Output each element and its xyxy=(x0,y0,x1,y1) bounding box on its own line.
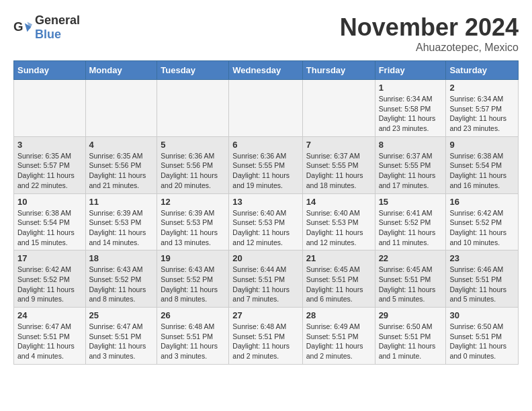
day-number: 6 xyxy=(232,140,298,150)
calendar-day-cell: 2Sunrise: 6:34 AMSunset: 5:57 PMDaylight… xyxy=(446,80,519,137)
calendar-day-cell xyxy=(14,80,86,137)
day-info: Sunrise: 6:49 AMSunset: 5:51 PMDaylight:… xyxy=(306,322,371,361)
day-info: Sunrise: 6:40 AMSunset: 5:53 PMDaylight:… xyxy=(232,208,298,248)
day-number: 2 xyxy=(449,83,515,93)
weekday-header-tuesday: Tuesday xyxy=(157,61,229,80)
day-info: Sunrise: 6:43 AMSunset: 5:52 PMDaylight:… xyxy=(161,265,225,304)
day-info: Sunrise: 6:34 AMSunset: 5:58 PMDaylight:… xyxy=(379,94,443,134)
day-info: Sunrise: 6:50 AMSunset: 5:51 PMDaylight:… xyxy=(379,322,443,361)
calendar-header: SundayMondayTuesdayWednesdayThursdayFrid… xyxy=(14,61,519,80)
calendar-day-cell: 15Sunrise: 6:41 AMSunset: 5:52 PMDayligh… xyxy=(375,193,446,250)
day-number: 1 xyxy=(379,83,443,93)
calendar-day-cell: 5Sunrise: 6:36 AMSunset: 5:56 PMDaylight… xyxy=(157,136,229,193)
weekday-header-monday: Monday xyxy=(85,61,157,80)
calendar-day-cell: 9Sunrise: 6:38 AMSunset: 5:54 PMDaylight… xyxy=(446,136,519,193)
calendar-day-cell: 14Sunrise: 6:40 AMSunset: 5:53 PMDayligh… xyxy=(302,193,375,250)
calendar-day-cell: 22Sunrise: 6:45 AMSunset: 5:51 PMDayligh… xyxy=(375,250,446,308)
day-info: Sunrise: 6:45 AMSunset: 5:51 PMDaylight:… xyxy=(379,265,443,304)
calendar-day-cell: 25Sunrise: 6:47 AMSunset: 5:51 PMDayligh… xyxy=(85,308,157,365)
day-info: Sunrise: 6:38 AMSunset: 5:54 PMDaylight:… xyxy=(449,151,515,191)
day-number: 15 xyxy=(379,197,443,207)
day-info: Sunrise: 6:34 AMSunset: 5:57 PMDaylight:… xyxy=(449,94,515,134)
day-number: 25 xyxy=(89,310,154,320)
day-info: Sunrise: 6:42 AMSunset: 5:52 PMDaylight:… xyxy=(17,265,82,304)
day-number: 5 xyxy=(161,140,225,150)
day-info: Sunrise: 6:42 AMSunset: 5:52 PMDaylight:… xyxy=(449,208,515,248)
calendar-day-cell xyxy=(85,80,157,137)
day-number: 26 xyxy=(161,310,225,320)
logo-general: General xyxy=(35,13,80,27)
day-info: Sunrise: 6:39 AMSunset: 5:53 PMDaylight:… xyxy=(161,208,225,248)
day-number: 16 xyxy=(449,197,515,207)
month-title: November 2024 xyxy=(340,13,519,42)
calendar-day-cell: 29Sunrise: 6:50 AMSunset: 5:51 PMDayligh… xyxy=(375,308,446,365)
day-info: Sunrise: 6:35 AMSunset: 5:56 PMDaylight:… xyxy=(89,151,154,191)
calendar-day-cell: 13Sunrise: 6:40 AMSunset: 5:53 PMDayligh… xyxy=(229,193,302,250)
day-info: Sunrise: 6:43 AMSunset: 5:52 PMDaylight:… xyxy=(89,265,154,304)
svg-text:G: G xyxy=(13,19,24,34)
calendar-day-cell: 4Sunrise: 6:35 AMSunset: 5:56 PMDaylight… xyxy=(85,136,157,193)
day-number: 10 xyxy=(17,197,82,207)
day-info: Sunrise: 6:44 AMSunset: 5:51 PMDaylight:… xyxy=(232,265,298,304)
day-number: 9 xyxy=(449,140,515,150)
calendar-day-cell: 7Sunrise: 6:37 AMSunset: 5:55 PMDaylight… xyxy=(302,136,375,193)
day-number: 4 xyxy=(89,140,154,150)
title-block: November 2024 Ahuazotepec, Mexico xyxy=(340,13,519,54)
calendar-day-cell: 3Sunrise: 6:35 AMSunset: 5:57 PMDaylight… xyxy=(14,136,86,193)
day-info: Sunrise: 6:41 AMSunset: 5:52 PMDaylight:… xyxy=(379,208,443,248)
day-number: 28 xyxy=(306,310,371,320)
day-number: 14 xyxy=(306,197,371,207)
day-number: 3 xyxy=(17,140,82,150)
day-number: 19 xyxy=(161,253,225,263)
calendar-day-cell: 16Sunrise: 6:42 AMSunset: 5:52 PMDayligh… xyxy=(446,193,519,250)
day-info: Sunrise: 6:47 AMSunset: 5:51 PMDaylight:… xyxy=(89,322,154,361)
logo-text: General Blue xyxy=(35,13,80,42)
day-number: 18 xyxy=(89,253,154,263)
day-info: Sunrise: 6:37 AMSunset: 5:55 PMDaylight:… xyxy=(379,151,443,191)
calendar-day-cell: 18Sunrise: 6:43 AMSunset: 5:52 PMDayligh… xyxy=(85,250,157,308)
calendar-day-cell: 10Sunrise: 6:38 AMSunset: 5:54 PMDayligh… xyxy=(14,193,86,250)
day-info: Sunrise: 6:45 AMSunset: 5:51 PMDaylight:… xyxy=(306,265,371,304)
calendar-day-cell xyxy=(229,80,302,137)
calendar-week-row: 3Sunrise: 6:35 AMSunset: 5:57 PMDaylight… xyxy=(14,136,519,193)
weekday-header-sunday: Sunday xyxy=(14,61,86,80)
weekday-header-row: SundayMondayTuesdayWednesdayThursdayFrid… xyxy=(14,61,519,80)
day-number: 27 xyxy=(232,310,298,320)
logo-icon: G xyxy=(13,18,32,37)
day-info: Sunrise: 6:46 AMSunset: 5:51 PMDaylight:… xyxy=(449,265,515,304)
calendar-day-cell: 6Sunrise: 6:36 AMSunset: 5:55 PMDaylight… xyxy=(229,136,302,193)
day-info: Sunrise: 6:35 AMSunset: 5:57 PMDaylight:… xyxy=(17,151,82,191)
location-title: Ahuazotepec, Mexico xyxy=(340,42,519,54)
day-info: Sunrise: 6:36 AMSunset: 5:55 PMDaylight:… xyxy=(232,151,298,191)
calendar-day-cell: 21Sunrise: 6:45 AMSunset: 5:51 PMDayligh… xyxy=(302,250,375,308)
calendar-day-cell: 24Sunrise: 6:47 AMSunset: 5:51 PMDayligh… xyxy=(14,308,86,365)
weekday-header-wednesday: Wednesday xyxy=(229,61,302,80)
day-info: Sunrise: 6:39 AMSunset: 5:53 PMDaylight:… xyxy=(89,208,154,248)
day-number: 20 xyxy=(232,253,298,263)
day-info: Sunrise: 6:48 AMSunset: 5:51 PMDaylight:… xyxy=(161,322,225,361)
day-info: Sunrise: 6:48 AMSunset: 5:51 PMDaylight:… xyxy=(232,322,298,361)
calendar-day-cell: 17Sunrise: 6:42 AMSunset: 5:52 PMDayligh… xyxy=(14,250,86,308)
day-number: 13 xyxy=(232,197,298,207)
page-header: G General Blue November 2024 Ahuazotepec… xyxy=(13,13,519,54)
day-number: 30 xyxy=(449,310,515,320)
day-number: 29 xyxy=(379,310,443,320)
calendar-day-cell xyxy=(302,80,375,137)
day-info: Sunrise: 6:40 AMSunset: 5:53 PMDaylight:… xyxy=(306,208,371,248)
calendar-day-cell: 8Sunrise: 6:37 AMSunset: 5:55 PMDaylight… xyxy=(375,136,446,193)
day-info: Sunrise: 6:38 AMSunset: 5:54 PMDaylight:… xyxy=(17,208,82,248)
day-info: Sunrise: 6:36 AMSunset: 5:56 PMDaylight:… xyxy=(161,151,225,191)
day-number: 23 xyxy=(449,253,515,263)
day-number: 17 xyxy=(17,253,82,263)
logo-blue: Blue xyxy=(35,28,61,41)
calendar-week-row: 10Sunrise: 6:38 AMSunset: 5:54 PMDayligh… xyxy=(14,193,519,250)
day-number: 24 xyxy=(17,310,82,320)
day-number: 7 xyxy=(306,140,371,150)
day-number: 12 xyxy=(161,197,225,207)
day-number: 21 xyxy=(306,253,371,263)
calendar-table: SundayMondayTuesdayWednesdayThursdayFrid… xyxy=(13,60,519,365)
calendar-day-cell: 30Sunrise: 6:50 AMSunset: 5:51 PMDayligh… xyxy=(446,308,519,365)
calendar-day-cell: 23Sunrise: 6:46 AMSunset: 5:51 PMDayligh… xyxy=(446,250,519,308)
calendar-day-cell: 1Sunrise: 6:34 AMSunset: 5:58 PMDaylight… xyxy=(375,80,446,137)
day-number: 11 xyxy=(89,197,154,207)
